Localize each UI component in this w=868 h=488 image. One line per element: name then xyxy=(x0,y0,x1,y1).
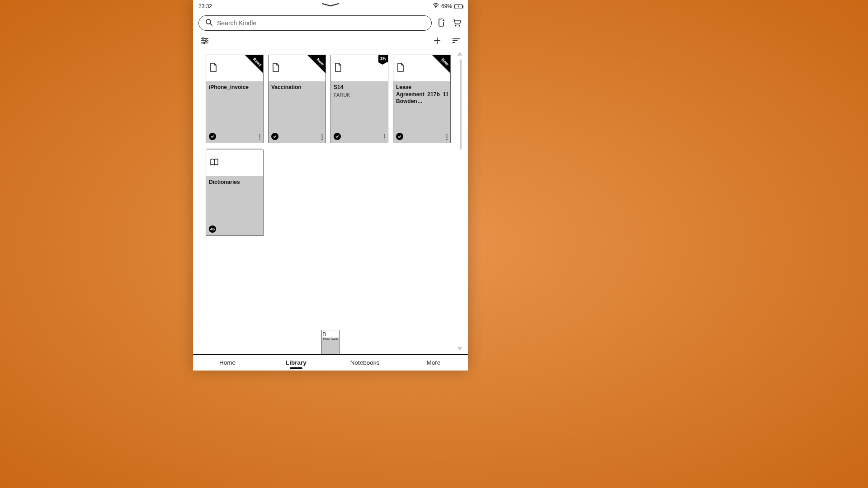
bottom-nav: Home Library Notebooks More xyxy=(193,354,468,371)
document-icon xyxy=(272,63,279,74)
library-item[interactable]: 1% S14 FARUK xyxy=(330,55,388,143)
card-title: Vaccination xyxy=(271,84,323,91)
sort-icon[interactable] xyxy=(451,35,462,46)
item-menu-icon[interactable] xyxy=(259,134,260,140)
scan-icon[interactable] xyxy=(436,18,447,28)
search-icon xyxy=(205,19,212,28)
status-bar: 23:32 69% xyxy=(193,0,468,13)
svg-point-5 xyxy=(455,25,457,27)
filter-icon[interactable] xyxy=(199,35,210,46)
nav-home[interactable]: Home xyxy=(193,359,262,366)
stack-line xyxy=(207,149,262,149)
nav-more[interactable]: More xyxy=(399,359,468,366)
scroll-up-icon[interactable] xyxy=(457,52,462,56)
svg-point-10 xyxy=(205,40,207,42)
search-row xyxy=(193,13,468,33)
downloaded-check-icon xyxy=(209,133,216,140)
search-input[interactable] xyxy=(217,19,425,27)
document-icon xyxy=(323,330,326,338)
collection-item[interactable]: Dictionaries 46 xyxy=(206,150,264,236)
book-open-icon xyxy=(210,159,219,168)
collection-count-badge: 46 xyxy=(209,225,216,233)
nav-library[interactable]: Library xyxy=(262,359,330,366)
stack-line xyxy=(208,148,261,148)
document-icon xyxy=(397,63,404,74)
battery-percent: 69% xyxy=(441,3,452,9)
nav-notebooks[interactable]: Notebooks xyxy=(330,359,399,366)
progress-tag: 1% xyxy=(378,55,388,62)
item-menu-icon[interactable] xyxy=(321,134,323,140)
library-item[interactable]: New Lease Agreement_217b_118 Bowden Stre… xyxy=(393,55,451,143)
scrollbar-track[interactable] xyxy=(460,59,462,343)
item-menu-icon[interactable] xyxy=(384,134,385,140)
search-field[interactable] xyxy=(198,15,432,31)
library-content: Read iPhone_invoice New Vaccinatio xyxy=(193,50,468,354)
document-icon xyxy=(210,63,217,74)
svg-line-2 xyxy=(210,23,212,25)
svg-point-12 xyxy=(203,42,205,44)
filter-row xyxy=(193,33,468,50)
library-item[interactable]: Read iPhone_invoice xyxy=(206,55,264,143)
cart-icon[interactable] xyxy=(452,18,462,28)
downloaded-check-icon xyxy=(334,133,341,140)
clock: 23:32 xyxy=(198,3,212,9)
downloaded-check-icon xyxy=(396,133,403,140)
svg-point-6 xyxy=(459,25,460,27)
card-title: S14 xyxy=(334,84,385,91)
scroll-down-icon[interactable] xyxy=(457,347,462,351)
wifi-icon xyxy=(433,3,439,9)
document-icon xyxy=(335,63,342,74)
scrollbar-thumb[interactable] xyxy=(460,59,462,150)
card-title: iPhone_invoice xyxy=(209,84,260,91)
item-menu-icon[interactable] xyxy=(446,134,448,140)
battery-charging-icon xyxy=(454,4,462,9)
card-author: FARUK xyxy=(334,92,385,98)
recent-title: iPhone_invoice xyxy=(322,338,339,341)
card-title: Lease Agreement_217b_118 Bowden Street_S… xyxy=(396,84,448,105)
library-grid: Read iPhone_invoice New Vaccinatio xyxy=(206,55,462,236)
svg-point-8 xyxy=(202,38,204,39)
svg-point-0 xyxy=(435,7,436,8)
kindle-device-frame: 23:32 69% xyxy=(193,0,468,371)
library-item[interactable]: New Vaccination xyxy=(268,55,326,143)
pull-down-handle[interactable] xyxy=(321,3,340,7)
recent-book-thumbnail[interactable]: iPhone_invoice xyxy=(321,330,340,354)
collection-title: Dictionaries xyxy=(209,179,260,186)
downloaded-check-icon xyxy=(271,133,278,140)
add-icon[interactable] xyxy=(432,35,443,46)
